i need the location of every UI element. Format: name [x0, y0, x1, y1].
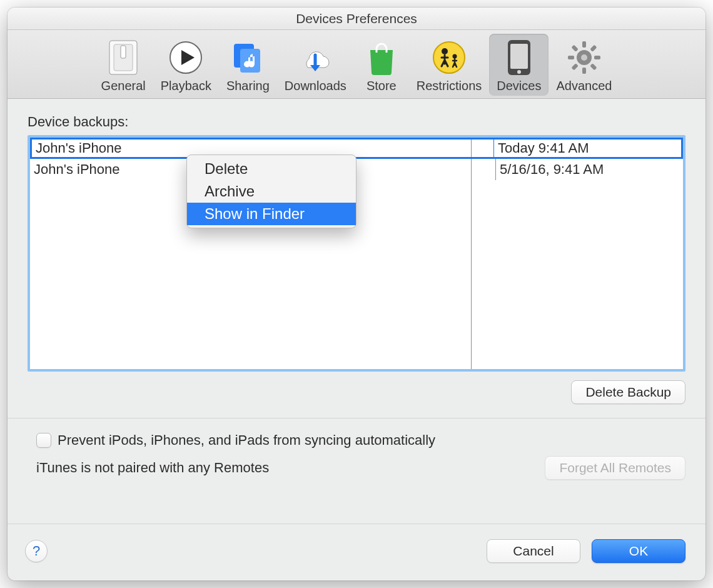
tab-downloads[interactable]: Downloads [277, 34, 354, 96]
prevent-sync-row: Prevent iPods, iPhones, and iPads from s… [36, 432, 685, 449]
svg-rect-12 [510, 44, 528, 69]
backup-date-cell: Today 9:41 AM [493, 139, 681, 157]
tab-devices[interactable]: Devices [489, 34, 549, 96]
backup-date-cell: 5/16/16, 9:41 AM [495, 159, 683, 180]
svg-rect-19 [590, 44, 597, 51]
tab-label: Advanced [556, 79, 612, 93]
svg-rect-21 [571, 44, 578, 51]
download-cloud-icon [295, 38, 335, 78]
tab-label: Playback [161, 79, 211, 93]
svg-rect-18 [594, 56, 600, 59]
phone-icon [499, 38, 539, 78]
delete-backup-button[interactable]: Delete Backup [571, 380, 685, 404]
svg-point-23 [581, 54, 587, 61]
svg-point-13 [517, 70, 521, 74]
tab-label: Sharing [226, 79, 270, 93]
preferences-toolbar: General Playback Sharing [8, 30, 705, 99]
preferences-window: Devices Preferences General Play [8, 8, 705, 580]
tab-label: Downloads [285, 79, 346, 93]
backup-row[interactable]: John's iPhone 5/16/16, 9:41 AM [30, 159, 683, 180]
cancel-button[interactable]: Cancel [487, 539, 580, 563]
tab-sharing[interactable]: Sharing [219, 34, 277, 96]
menu-item-archive[interactable]: Archive [187, 180, 356, 203]
svg-rect-20 [571, 63, 578, 70]
shopping-bag-icon [362, 38, 402, 78]
svg-rect-16 [582, 68, 586, 74]
window-title: Devices Preferences [296, 11, 417, 26]
menu-item-show-in-finder[interactable]: Show in Finder [187, 203, 356, 225]
remotes-status: iTunes is not paired with any Remotes [36, 460, 269, 476]
ok-button[interactable]: OK [592, 539, 685, 563]
tab-advanced[interactable]: Advanced [549, 34, 619, 96]
tab-label: General [101, 79, 146, 93]
svg-point-8 [433, 42, 465, 73]
menu-item-delete[interactable]: Delete [187, 158, 356, 180]
svg-marker-7 [310, 65, 320, 71]
tab-restrictions[interactable]: Restrictions [409, 34, 489, 96]
svg-point-9 [442, 48, 448, 54]
svg-point-10 [453, 54, 457, 59]
tab-store[interactable]: Store [354, 34, 409, 96]
backup-row[interactable]: John's iPhone Today 9:41 AM [30, 138, 683, 159]
gear-icon [564, 38, 604, 78]
switch-icon [103, 38, 143, 78]
parental-icon [429, 38, 469, 78]
remotes-row: iTunes is not paired with any Remotes Fo… [36, 456, 685, 480]
help-button[interactable]: ? [25, 540, 48, 562]
dialog-footer: ? Cancel OK [8, 524, 705, 580]
section-divider [8, 418, 705, 418]
tab-label: Store [367, 79, 397, 93]
music-files-icon [228, 38, 268, 78]
play-icon [166, 38, 206, 78]
tab-playback[interactable]: Playback [153, 34, 219, 96]
backup-context-menu: Delete Archive Show in Finder [186, 155, 356, 228]
svg-rect-22 [590, 63, 597, 70]
tab-label: Restrictions [417, 79, 482, 93]
devices-panel: Device backups: John's iPhone Today 9:41… [8, 99, 705, 524]
backups-table[interactable]: John's iPhone Today 9:41 AM John's iPhon… [28, 135, 685, 372]
svg-rect-15 [582, 41, 586, 48]
svg-rect-17 [568, 56, 574, 59]
window-titlebar: Devices Preferences [8, 8, 705, 30]
backups-heading: Device backups: [28, 114, 685, 130]
prevent-sync-checkbox[interactable] [36, 433, 51, 448]
tab-general[interactable]: General [94, 34, 153, 96]
forget-remotes-button: Forget All Remotes [545, 456, 685, 480]
svg-rect-2 [121, 46, 126, 58]
tab-label: Devices [497, 79, 541, 93]
prevent-sync-label: Prevent iPods, iPhones, and iPads from s… [58, 432, 435, 449]
